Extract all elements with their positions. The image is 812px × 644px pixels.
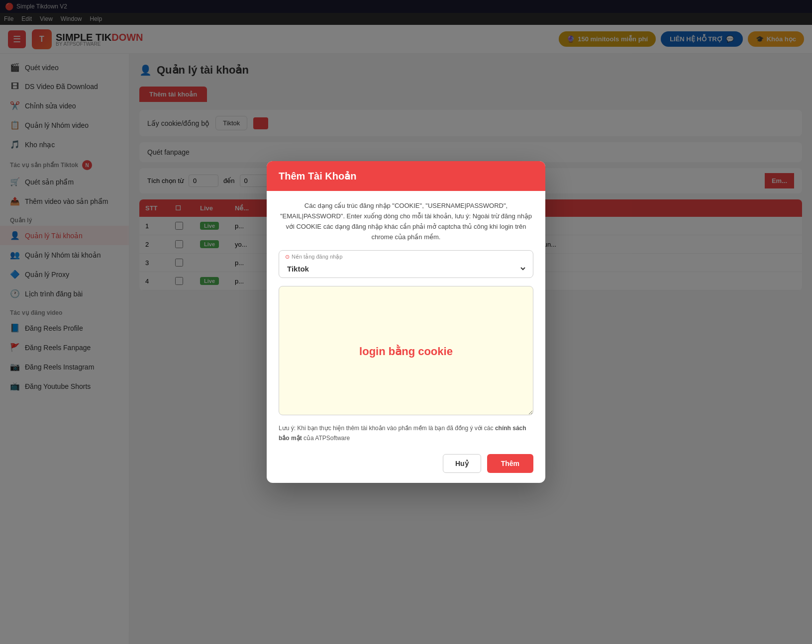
cancel-button[interactable]: Huỷ — [443, 454, 481, 473]
modal-note: Lưu ý: Khi bạn thực hiện thêm tài khoản … — [279, 424, 533, 443]
platform-select[interactable]: Tiktok Facebook Instagram Youtube — [285, 264, 527, 274]
modal-footer: Huỷ Thêm — [279, 452, 533, 473]
add-button[interactable]: Thêm — [487, 454, 533, 473]
modal-title: Thêm Tài Khoản — [279, 171, 356, 182]
modal-description: Các dạng cấu trúc đăng nhập "COOKIE", "U… — [279, 201, 533, 242]
modal-overlay[interactable]: Thêm Tài Khoản Các dạng cấu trúc đăng nh… — [0, 0, 812, 644]
tiktok-icon-small: ⊙ — [285, 254, 290, 260]
platform-select-container: ⊙ Nền tảng đăng nhập Tiktok Facebook Ins… — [279, 250, 533, 278]
modal-header: Thêm Tài Khoản — [267, 161, 545, 191]
modal-body: Các dạng cấu trúc đăng nhập "COOKIE", "U… — [267, 191, 545, 483]
add-account-modal: Thêm Tài Khoản Các dạng cấu trúc đăng nh… — [267, 161, 545, 483]
account-textarea[interactable] — [279, 286, 533, 415]
modal-note-text: Lưu ý: Khi bạn thực hiện thêm tài khoản … — [279, 425, 495, 432]
platform-select-row: Tiktok Facebook Instagram Youtube — [285, 260, 527, 277]
modal-note-suffix: của ATPSoftware — [302, 435, 350, 442]
textarea-wrapper: login bằng cookie — [279, 286, 533, 417]
platform-label: ⊙ Nền tảng đăng nhập — [285, 251, 527, 260]
